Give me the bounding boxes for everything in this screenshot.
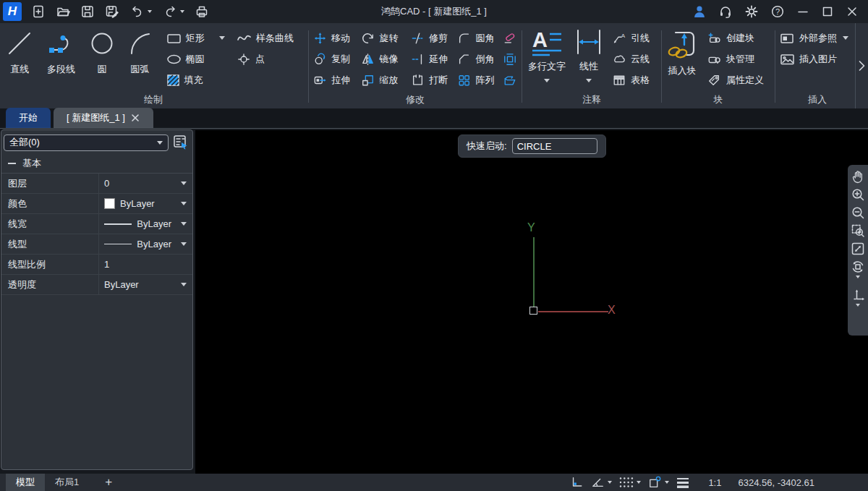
fillet-button[interactable]: 圆角 (454, 27, 500, 48)
mirror-button[interactable]: 镜像 (358, 48, 407, 69)
grid-dropdown-caret[interactable] (637, 481, 641, 484)
xref-button[interactable]: 外部参照 (777, 27, 856, 48)
create-block-button[interactable]: 创建块 (704, 27, 770, 48)
polar-tracking-button[interactable] (590, 476, 612, 489)
break-button[interactable]: 打断 (408, 69, 455, 90)
open-file-button[interactable] (52, 2, 74, 21)
linetype-scale-field[interactable]: 1 (99, 255, 192, 274)
point-button[interactable]: 点 (234, 48, 307, 69)
save-button[interactable] (77, 2, 98, 21)
block-manager-button[interactable]: 块管理 (704, 48, 770, 69)
revision-cloud-button[interactable]: 云线 (609, 48, 657, 69)
pan-button[interactable] (849, 169, 867, 184)
print-button[interactable] (191, 2, 213, 21)
app-window: H 鸿鹄CAD - [ 新建图纸_1 ] ? (0, 0, 868, 491)
grid-snap-button[interactable] (618, 476, 641, 489)
rectangle-button[interactable]: 矩形 (163, 27, 228, 48)
leader-button[interactable]: A引线 (609, 27, 657, 48)
tab-close-icon[interactable] (131, 114, 140, 123)
ucs-origin-marker (529, 307, 537, 315)
help-icon[interactable]: ? (767, 2, 788, 21)
zoom-out-button[interactable] (849, 205, 867, 220)
settings-gear-icon[interactable] (741, 2, 762, 21)
rotate-button[interactable]: 旋转 (358, 27, 407, 48)
ellipse-button[interactable]: 椭圆 (163, 48, 228, 69)
trim-button[interactable]: 修剪 (408, 27, 455, 48)
circle-button[interactable]: 圆 (83, 23, 121, 76)
hatch-button[interactable]: 填充 (163, 69, 228, 90)
ucs-dropdown-caret[interactable] (856, 304, 860, 307)
ortho-mode-button[interactable] (570, 476, 584, 489)
mtext-button[interactable]: A 多行文字 (524, 23, 570, 82)
move-button[interactable]: 移动 (310, 27, 358, 48)
user-account-icon[interactable] (689, 2, 710, 21)
linetype-value-dropdown[interactable]: ByLayer (99, 234, 192, 254)
layer-value-dropdown[interactable]: 0 (99, 174, 192, 193)
redo-button[interactable] (158, 2, 188, 21)
osnap-dropdown-caret[interactable] (665, 481, 669, 484)
zoom-in-button[interactable] (849, 187, 867, 202)
quick-select-button[interactable] (171, 133, 190, 152)
minimize-button[interactable] (793, 2, 813, 21)
lineweight-value-dropdown[interactable]: ByLayer (99, 214, 192, 234)
arc-button[interactable]: 圆弧 (121, 23, 158, 76)
linear-dim-button[interactable]: 线性 (570, 23, 608, 82)
linear-dim-dropdown-caret[interactable] (586, 79, 592, 82)
copy-button[interactable]: 复制 (310, 48, 358, 69)
new-layout-button[interactable]: + (99, 474, 118, 490)
insert-block-button[interactable]: 插入块 (663, 23, 701, 77)
maximize-button[interactable] (817, 2, 838, 21)
transparency-value-dropdown[interactable]: ByLayer (99, 275, 192, 294)
line-button[interactable]: 直线 (0, 23, 39, 76)
quick-launch-input[interactable] (512, 138, 597, 154)
stretch-icon (313, 74, 327, 87)
orbit-dropdown-caret[interactable] (856, 276, 860, 278)
xref-dropdown-caret[interactable] (843, 36, 848, 40)
extend-button[interactable]: 延伸 (408, 48, 455, 69)
array-button[interactable]: 阵列 (454, 69, 500, 90)
chamfer-button[interactable]: 倒角 (454, 48, 500, 69)
rectangle-dropdown-caret[interactable] (219, 36, 225, 40)
drawing-canvas[interactable]: 快速启动: Y X (195, 130, 868, 474)
attribute-define-button[interactable]: 属性定义 (704, 69, 770, 90)
ellipse-icon (166, 53, 182, 66)
explode-button[interactable] (500, 69, 520, 90)
ribbon-group-annotate: A 多行文字 线性 A引线 云线 表格 注释 (524, 23, 660, 108)
layer-dropdown-caret (181, 182, 187, 185)
table-button[interactable]: 表格 (609, 69, 657, 90)
support-headset-icon[interactable] (715, 2, 736, 21)
model-tab[interactable]: 模型 (6, 474, 45, 491)
undo-button[interactable] (126, 2, 156, 21)
scale-button[interactable]: 缩放 (358, 69, 407, 90)
chamfer-icon (457, 53, 471, 66)
lineweight-display-button[interactable] (676, 476, 690, 489)
zoom-window-button[interactable] (849, 223, 867, 238)
polar-dropdown-caret[interactable] (608, 481, 612, 484)
tab-drawing[interactable]: [ 新建图纸_1 ] (54, 108, 153, 128)
color-value-dropdown[interactable]: ByLayer (99, 194, 192, 213)
spline-button[interactable]: 样条曲线 (234, 27, 307, 48)
section-basic-header[interactable]: 基本 (1, 154, 192, 174)
quick-select-icon (172, 134, 190, 151)
zoom-extents-button[interactable] (849, 242, 867, 256)
erase-button[interactable] (500, 27, 520, 48)
save-as-button[interactable] (101, 2, 123, 21)
stretch-button[interactable]: 拉伸 (310, 69, 358, 90)
close-button[interactable] (842, 2, 862, 21)
selection-filter-dropdown[interactable]: 全部(0) (4, 135, 169, 151)
scale-indicator[interactable]: 1:1 (708, 477, 721, 488)
mtext-dropdown-caret[interactable] (544, 79, 550, 82)
layout1-tab[interactable]: 布局1 (45, 474, 89, 491)
app-logo-icon[interactable]: H (3, 2, 22, 21)
coordinates-display: 6324.56, -3402.61 (738, 477, 814, 488)
offset-button[interactable] (500, 48, 520, 69)
polyline-button[interactable]: 多段线 (39, 23, 82, 76)
ribbon-expand-button[interactable] (855, 23, 867, 108)
ucs-tool-button[interactable] (849, 288, 867, 307)
tab-start[interactable]: 开始 (6, 108, 51, 128)
copy-icon (313, 53, 327, 66)
new-file-button[interactable] (27, 2, 49, 21)
object-snap-button[interactable] (647, 476, 669, 489)
insert-image-button[interactable]: 插入图片 (777, 48, 856, 69)
orbit-button[interactable] (849, 260, 867, 278)
